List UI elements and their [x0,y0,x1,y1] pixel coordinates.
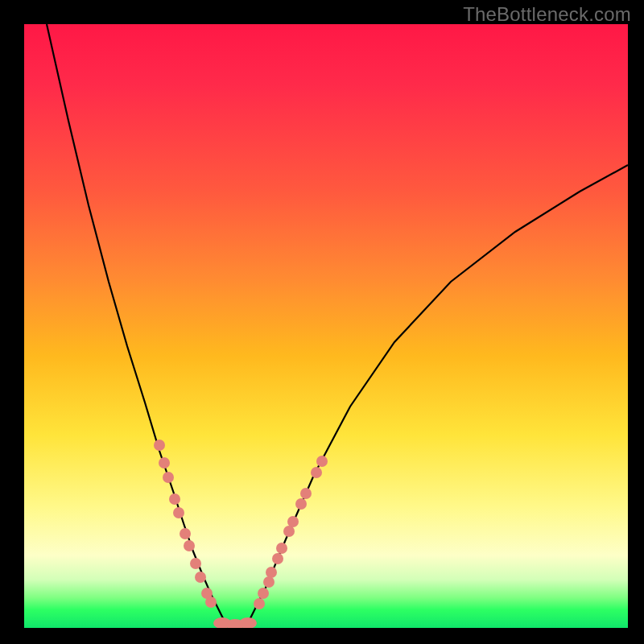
curve-left [47,24,224,620]
data-point [266,567,277,578]
curve-right [250,165,628,620]
data-point [239,617,257,628]
data-point [258,588,269,599]
data-point [159,457,170,469]
data-point [283,526,295,537]
plot-area [24,24,628,628]
dots-left-branch [154,440,217,608]
data-point [276,543,287,554]
data-point [272,553,283,564]
dots-right-branch [254,456,328,609]
data-point [295,498,307,510]
dots-valley [213,617,257,628]
data-point [169,493,180,505]
data-point [184,540,195,551]
data-point [195,572,206,583]
data-point [311,467,322,478]
data-point [173,507,184,518]
data-point [254,598,265,609]
data-point [300,488,312,499]
data-point [180,528,191,539]
outer-frame: TheBottleneck.com [0,0,644,644]
data-point [190,558,201,569]
data-point [154,440,165,451]
watermark-text: TheBottleneck.com [463,3,631,26]
data-point [316,456,328,467]
data-point [205,597,217,608]
chart-svg [24,24,628,628]
data-point [287,516,299,527]
data-point [163,472,174,483]
data-point [263,576,275,588]
